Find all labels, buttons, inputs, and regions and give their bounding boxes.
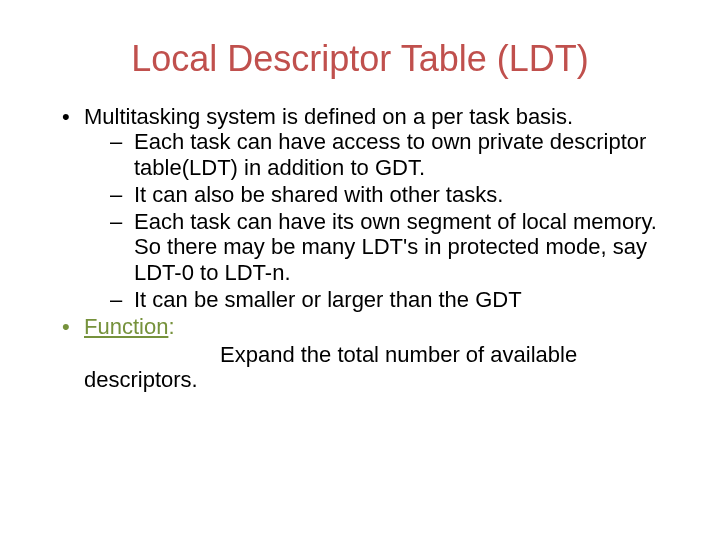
sub-bullet-4: It can be smaller or larger than the GDT (84, 287, 660, 312)
sub-bullet-list-1: Each task can have access to own private… (84, 129, 660, 312)
bullet-1: Multitasking system is defined on a per … (60, 104, 660, 312)
slide-title: Local Descriptor Table (LDT) (60, 38, 660, 80)
function-text: Expand the total number of available des… (60, 342, 660, 393)
function-label: Function (84, 314, 168, 339)
bullet-function: Function: (60, 314, 660, 339)
function-colon: : (168, 314, 174, 339)
sub-bullet-2: It can also be shared with other tasks. (84, 182, 660, 207)
sub-bullet-3: Each task can have its own segment of lo… (84, 209, 660, 285)
bullet-list: Multitasking system is defined on a per … (60, 104, 660, 340)
sub-bullet-1: Each task can have access to own private… (84, 129, 660, 180)
bullet-1-text: Multitasking system is defined on a per … (84, 104, 573, 129)
slide: Local Descriptor Table (LDT) Multitaskin… (0, 0, 720, 540)
function-body: Expand the total number of available des… (84, 342, 577, 392)
